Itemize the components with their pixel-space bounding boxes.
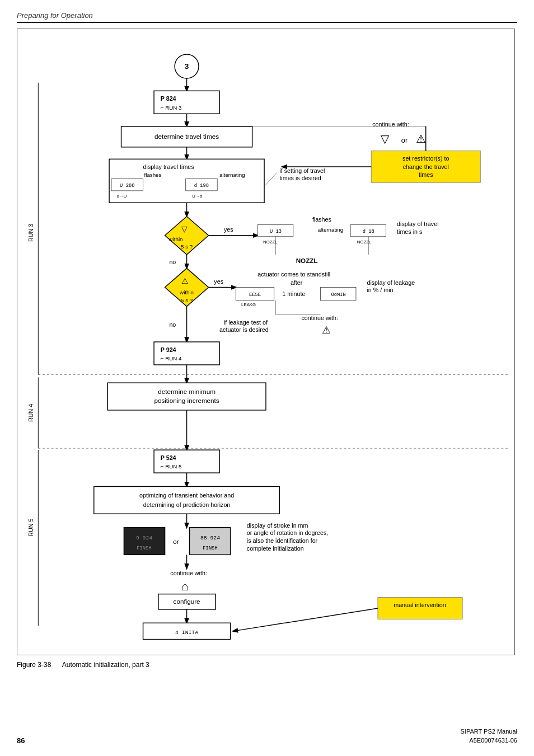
or-label: or — [173, 538, 179, 545]
set-restrictor-text3: times — [419, 171, 433, 178]
finish-dark-text1: 9 924 — [136, 535, 152, 541]
svg-text:within: within — [168, 236, 183, 242]
yes1-label: yes — [224, 226, 233, 233]
svg-text:▽: ▽ — [181, 225, 188, 233]
u288-text: U 288 — [120, 183, 134, 189]
display-stroke3: is also the identification for — [247, 537, 318, 544]
flashes2-label: flashes — [312, 216, 331, 223]
run3-side-label: RUN 3 — [27, 224, 34, 242]
page-header: Preparing for Operation — [17, 11, 517, 23]
yes2-label: yes — [214, 278, 223, 285]
header-title: Preparing for Operation — [17, 11, 93, 20]
if-setting-text2: times is desired — [279, 175, 321, 181]
inita-text: 4 INITA — [175, 630, 198, 636]
u13-text: U 13 — [270, 229, 282, 234]
nozzl-center: NOZZL — [296, 257, 318, 264]
finish-light-text2: FINSH — [203, 546, 217, 551]
after-text: after — [291, 279, 303, 286]
leakage-test2: actuator is desired — [219, 326, 269, 333]
circle-3-label: 3 — [185, 62, 189, 71]
leakage-test1: if leakage test of — [224, 319, 268, 326]
or-top: or — [401, 137, 407, 144]
nozzl-text2: NOZZL — [357, 240, 372, 245]
continue-with2: continue with: — [301, 314, 338, 321]
footer-right: SIPART PS2 Manual A5E00074631-06 — [461, 727, 518, 745]
doc-number: A5E00074631-06 — [461, 736, 518, 745]
page-number: 86 — [17, 736, 25, 745]
finish-dark-text2: FINSH — [137, 546, 151, 551]
p824-label: P 824 — [161, 95, 176, 102]
if-setting-text: if setting of travel — [279, 167, 325, 174]
optimizing-box — [94, 486, 280, 514]
run5-side-label: RUN 5 — [27, 518, 34, 536]
leakage-label: LEAKG — [241, 302, 256, 307]
d198-text: d 198 — [194, 183, 209, 189]
configure-icon: ⌂ — [181, 580, 189, 593]
display-travel-text: display travel times — [143, 163, 194, 170]
u-arrow-d-text: U→d — [192, 194, 202, 199]
display-stroke2: or angle of rotation in degrees, — [247, 529, 328, 536]
diagram-svg: RUN 3 RUN 4 RUN 5 3 P 824 ⌐ RUN 3 determ… — [23, 35, 509, 649]
page: Preparing for Operation RUN 3 RUN 4 RUN … — [0, 0, 534, 756]
alternating-label1: alternating — [219, 172, 245, 178]
display-leakage1: display of leakage — [367, 279, 415, 286]
run5-box-label: ⌐ RUN 5 — [161, 463, 182, 469]
set-restrictor-text1: set restrictor(s) to — [402, 155, 449, 162]
display-stroke1: display of stroke in mm — [247, 522, 308, 529]
caption-prefix: Figure 3-38 — [17, 661, 51, 669]
display-travel-s1: display of travel — [397, 220, 438, 227]
optimizing-text2: determining of prediction horizon — [143, 501, 231, 508]
run3-label: ⌐ RUN 3 — [161, 105, 182, 111]
actuator-text: actuator comes to standstill — [257, 271, 330, 278]
manual-intervention-text1: manual intervention — [394, 602, 446, 608]
determine-travel-text: determine travel times — [154, 133, 219, 140]
set-restrictor-text2: change the travel — [403, 163, 449, 170]
diagram-container: RUN 3 RUN 4 RUN 5 3 P 824 ⌐ RUN 3 determ… — [17, 29, 515, 655]
svg-text:5 s ?: 5 s ? — [181, 297, 193, 303]
svg-line-25 — [233, 608, 377, 631]
run4-box-label: ⌐ RUN 4 — [161, 355, 182, 361]
no1-label: no — [169, 259, 176, 266]
display-leakage2: in % / min — [367, 287, 393, 293]
d18-text: d 18 — [363, 229, 374, 234]
continue-with3: continue with: — [170, 570, 207, 576]
down-triangle: ▽ — [381, 133, 390, 145]
warning-triangle-top: ⚠ — [416, 133, 426, 145]
finish-light-text1: 88 924 — [200, 535, 220, 541]
svg-line-27 — [264, 173, 277, 186]
product-name: SIPART PS2 Manual — [461, 727, 518, 736]
p524-label: P 524 — [161, 454, 176, 461]
p924-label: P 924 — [161, 346, 176, 353]
footer-area: 86 SIPART PS2 Manual A5E00074631-06 — [0, 727, 534, 745]
figure-caption: Figure 3-38 Automatic initialization, pa… — [17, 661, 517, 669]
d-arrow-text: d→U — [117, 194, 127, 199]
display-travel-s2: times in s — [397, 228, 422, 235]
caption-text: Automatic initialization, part 3 — [62, 661, 149, 669]
alternating2-label: alternating — [318, 227, 344, 233]
run4-side-label: RUN 4 — [27, 404, 34, 422]
omin-text: 0oMIN — [331, 292, 346, 298]
svg-text:within: within — [179, 289, 194, 295]
determine-pos-text2: positioning increments — [154, 397, 219, 404]
warning-triangle2: ⚠ — [322, 325, 331, 336]
leak-text: EE5E — [249, 292, 261, 298]
svg-text:5 s ?: 5 s ? — [181, 243, 193, 250]
svg-text:⚠: ⚠ — [181, 277, 189, 285]
one-minute: 1 minute — [282, 290, 305, 297]
no2-label: no — [169, 321, 176, 328]
determine-pos-text1: determine minimum — [158, 388, 216, 395]
flashes-label1: flashes — [144, 172, 162, 178]
optimizing-text1: optimizing of transient behavior and — [139, 492, 234, 499]
configure-label: configure — [174, 598, 200, 605]
display-stroke4: complete initialization — [247, 545, 304, 552]
